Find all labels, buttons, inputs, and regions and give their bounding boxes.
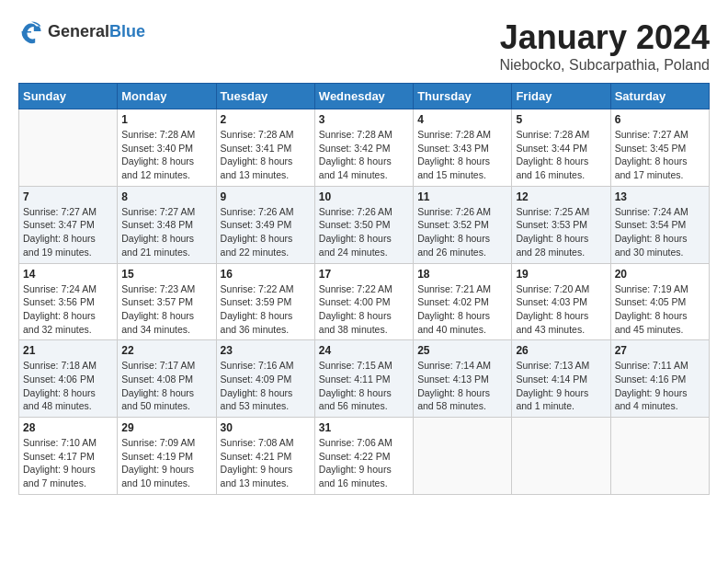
day-info: Sunrise: 7:28 AMSunset: 3:41 PMDaylight:…	[221, 128, 311, 182]
day-number: 24	[319, 344, 409, 357]
calendar-week-row: 28Sunrise: 7:10 AMSunset: 4:17 PMDayligh…	[19, 418, 710, 495]
day-info: Sunrise: 7:20 AMSunset: 4:03 PMDaylight:…	[516, 282, 606, 337]
day-number: 14	[23, 268, 113, 281]
title-area: January 2024 Niebocko, Subcarpathia, Pol…	[499, 18, 710, 74]
day-info: Sunrise: 7:24 AMSunset: 3:56 PMDaylight:…	[23, 282, 113, 337]
day-info: Sunrise: 7:08 AMSunset: 4:21 PMDaylight:…	[221, 436, 311, 490]
calendar-cell	[19, 109, 118, 187]
calendar-cell: 19Sunrise: 7:20 AMSunset: 4:03 PMDayligh…	[512, 263, 610, 340]
generalblue-logo-icon	[18, 18, 44, 44]
day-number: 18	[417, 268, 507, 281]
day-number: 3	[319, 113, 409, 126]
calendar-cell: 7Sunrise: 7:27 AMSunset: 3:47 PMDaylight…	[19, 186, 118, 263]
day-number: 15	[121, 268, 211, 281]
calendar-cell: 30Sunrise: 7:08 AMSunset: 4:21 PMDayligh…	[216, 418, 314, 495]
day-info: Sunrise: 7:23 AMSunset: 3:57 PMDaylight:…	[121, 282, 211, 337]
weekday-header-sunday: Sunday	[19, 84, 118, 109]
weekday-header-wednesday: Wednesday	[314, 84, 413, 109]
day-info: Sunrise: 7:18 AMSunset: 4:06 PMDaylight:…	[23, 359, 113, 413]
calendar-cell: 28Sunrise: 7:10 AMSunset: 4:17 PMDayligh…	[19, 418, 118, 495]
day-number: 25	[417, 344, 507, 357]
day-number: 16	[221, 268, 311, 281]
day-number: 29	[121, 421, 211, 434]
day-number: 22	[121, 344, 211, 357]
day-info: Sunrise: 7:09 AMSunset: 4:19 PMDaylight:…	[121, 436, 211, 490]
day-info: Sunrise: 7:16 AMSunset: 4:09 PMDaylight:…	[221, 359, 311, 413]
day-info: Sunrise: 7:26 AMSunset: 3:50 PMDaylight:…	[319, 205, 409, 259]
day-number: 11	[417, 190, 507, 203]
calendar-cell	[512, 418, 610, 495]
calendar-cell: 27Sunrise: 7:11 AMSunset: 4:16 PMDayligh…	[610, 340, 709, 418]
calendar-cell: 1Sunrise: 7:28 AMSunset: 3:40 PMDaylight…	[118, 109, 216, 187]
calendar-table: SundayMondayTuesdayWednesdayThursdayFrid…	[18, 83, 710, 495]
day-info: Sunrise: 7:27 AMSunset: 3:45 PMDaylight:…	[615, 128, 705, 182]
calendar-cell: 29Sunrise: 7:09 AMSunset: 4:19 PMDayligh…	[118, 418, 216, 495]
calendar-cell: 26Sunrise: 7:13 AMSunset: 4:14 PMDayligh…	[512, 340, 610, 418]
day-number: 17	[319, 268, 409, 281]
day-number: 7	[23, 190, 113, 203]
weekday-header-row: SundayMondayTuesdayWednesdayThursdayFrid…	[19, 84, 710, 109]
weekday-header-thursday: Thursday	[414, 84, 512, 109]
calendar-cell: 14Sunrise: 7:24 AMSunset: 3:56 PMDayligh…	[19, 263, 118, 340]
logo-blue-text: Blue	[109, 22, 145, 40]
location-title: Niebocko, Subcarpathia, Poland	[499, 57, 710, 74]
calendar-cell: 16Sunrise: 7:22 AMSunset: 3:59 PMDayligh…	[216, 263, 314, 340]
calendar-cell: 13Sunrise: 7:24 AMSunset: 3:54 PMDayligh…	[610, 186, 709, 263]
calendar-cell: 2Sunrise: 7:28 AMSunset: 3:41 PMDaylight…	[216, 109, 314, 187]
logo-general-text: General	[48, 22, 109, 40]
header: GeneralBlue January 2024 Niebocko, Subca…	[18, 18, 710, 74]
day-info: Sunrise: 7:28 AMSunset: 3:43 PMDaylight:…	[417, 128, 507, 182]
day-info: Sunrise: 7:27 AMSunset: 3:48 PMDaylight:…	[121, 205, 211, 259]
day-info: Sunrise: 7:14 AMSunset: 4:13 PMDaylight:…	[417, 359, 507, 413]
day-number: 23	[221, 344, 311, 357]
calendar-cell: 11Sunrise: 7:26 AMSunset: 3:52 PMDayligh…	[414, 186, 512, 263]
day-number: 19	[516, 268, 606, 281]
day-info: Sunrise: 7:10 AMSunset: 4:17 PMDaylight:…	[23, 436, 113, 490]
day-number: 13	[615, 190, 705, 203]
day-info: Sunrise: 7:28 AMSunset: 3:42 PMDaylight:…	[319, 128, 409, 182]
day-info: Sunrise: 7:25 AMSunset: 3:53 PMDaylight:…	[516, 205, 606, 259]
calendar-cell: 10Sunrise: 7:26 AMSunset: 3:50 PMDayligh…	[314, 186, 413, 263]
calendar-cell: 21Sunrise: 7:18 AMSunset: 4:06 PMDayligh…	[19, 340, 118, 418]
day-number: 31	[319, 421, 409, 434]
day-number: 8	[121, 190, 211, 203]
day-info: Sunrise: 7:22 AMSunset: 3:59 PMDaylight:…	[221, 282, 311, 337]
weekday-header-tuesday: Tuesday	[216, 84, 314, 109]
day-number: 5	[516, 113, 606, 126]
calendar-cell: 3Sunrise: 7:28 AMSunset: 3:42 PMDaylight…	[314, 109, 413, 187]
calendar-week-row: 7Sunrise: 7:27 AMSunset: 3:47 PMDaylight…	[19, 186, 710, 263]
calendar-cell: 17Sunrise: 7:22 AMSunset: 4:00 PMDayligh…	[314, 263, 413, 340]
day-number: 26	[516, 344, 606, 357]
day-info: Sunrise: 7:28 AMSunset: 3:44 PMDaylight:…	[516, 128, 606, 182]
calendar-cell: 12Sunrise: 7:25 AMSunset: 3:53 PMDayligh…	[512, 186, 610, 263]
day-info: Sunrise: 7:22 AMSunset: 4:00 PMDaylight:…	[319, 282, 409, 337]
calendar-week-row: 14Sunrise: 7:24 AMSunset: 3:56 PMDayligh…	[19, 263, 710, 340]
calendar-week-row: 1Sunrise: 7:28 AMSunset: 3:40 PMDaylight…	[19, 109, 710, 187]
calendar-cell: 15Sunrise: 7:23 AMSunset: 3:57 PMDayligh…	[118, 263, 216, 340]
calendar-cell: 23Sunrise: 7:16 AMSunset: 4:09 PMDayligh…	[216, 340, 314, 418]
calendar-cell: 22Sunrise: 7:17 AMSunset: 4:08 PMDayligh…	[118, 340, 216, 418]
day-number: 4	[417, 113, 507, 126]
calendar-cell: 6Sunrise: 7:27 AMSunset: 3:45 PMDaylight…	[610, 109, 709, 187]
day-info: Sunrise: 7:27 AMSunset: 3:47 PMDaylight:…	[23, 205, 113, 259]
calendar-week-row: 21Sunrise: 7:18 AMSunset: 4:06 PMDayligh…	[19, 340, 710, 418]
calendar-cell: 9Sunrise: 7:26 AMSunset: 3:49 PMDaylight…	[216, 186, 314, 263]
calendar-cell: 5Sunrise: 7:28 AMSunset: 3:44 PMDaylight…	[512, 109, 610, 187]
calendar-cell	[414, 418, 512, 495]
calendar-cell: 18Sunrise: 7:21 AMSunset: 4:02 PMDayligh…	[414, 263, 512, 340]
logo: GeneralBlue	[18, 18, 145, 44]
day-info: Sunrise: 7:26 AMSunset: 3:49 PMDaylight:…	[221, 205, 311, 259]
calendar-cell: 31Sunrise: 7:06 AMSunset: 4:22 PMDayligh…	[314, 418, 413, 495]
weekday-header-friday: Friday	[512, 84, 610, 109]
day-info: Sunrise: 7:21 AMSunset: 4:02 PMDaylight:…	[417, 282, 507, 337]
day-info: Sunrise: 7:19 AMSunset: 4:05 PMDaylight:…	[615, 282, 705, 337]
day-number: 6	[615, 113, 705, 126]
day-number: 10	[319, 190, 409, 203]
day-number: 30	[221, 421, 311, 434]
day-info: Sunrise: 7:11 AMSunset: 4:16 PMDaylight:…	[615, 359, 705, 413]
day-info: Sunrise: 7:13 AMSunset: 4:14 PMDaylight:…	[516, 359, 606, 413]
weekday-header-monday: Monday	[118, 84, 216, 109]
weekday-header-saturday: Saturday	[610, 84, 709, 109]
calendar-cell: 4Sunrise: 7:28 AMSunset: 3:43 PMDaylight…	[414, 109, 512, 187]
day-number: 28	[23, 421, 113, 434]
